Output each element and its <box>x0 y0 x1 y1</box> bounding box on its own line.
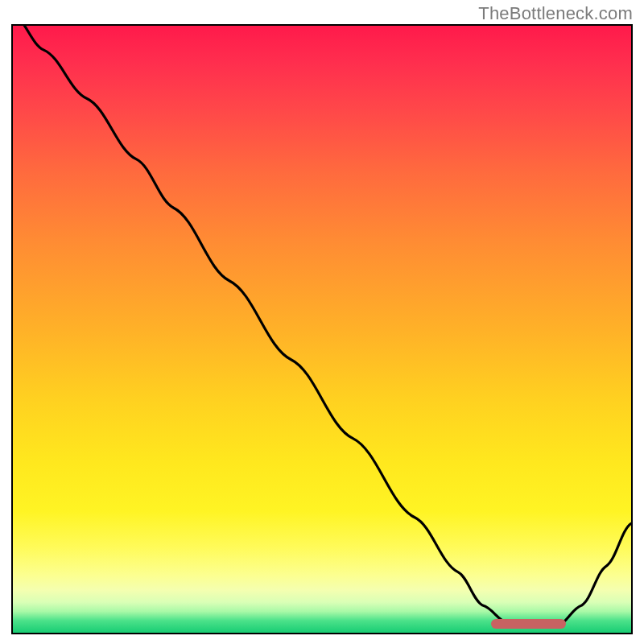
chart-container: TheBottleneck.com <box>0 0 644 644</box>
bottleneck-curve <box>13 26 631 633</box>
optimal-range-marker <box>491 619 566 629</box>
plot-area <box>11 24 633 634</box>
watermark-text: TheBottleneck.com <box>478 3 633 24</box>
